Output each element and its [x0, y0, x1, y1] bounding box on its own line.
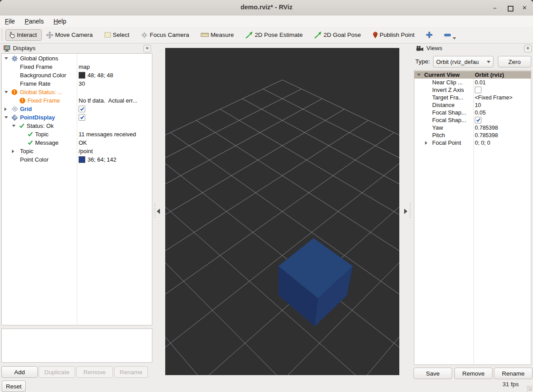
move-camera-icon — [46, 32, 53, 39]
rviz-window: demo.rviz* - RViz – ✕ File Panels Help I… — [0, 0, 533, 392]
views-row-near-clip[interactable]: Near Clip ... 0.01 — [414, 79, 531, 86]
views-close-icon[interactable]: ✕ — [524, 45, 532, 52]
displays-panel-title: Displays — [13, 45, 36, 51]
gear-icon — [12, 55, 18, 62]
3d-viewport-scene — [165, 48, 399, 375]
grid-enabled-checkbox[interactable] — [79, 106, 85, 112]
views-panel: Views ✕ Type: Orbit (rviz_defau Zero Cur… — [414, 44, 532, 392]
window-title: demo.rviz* - RViz — [0, 4, 533, 11]
tree-row-status-topic[interactable]: Topic 11 messages received — [2, 130, 152, 139]
displays-close-icon[interactable]: ✕ — [143, 45, 151, 52]
tool-move-camera[interactable]: Move Camera — [46, 32, 93, 39]
displays-panel-icon — [4, 45, 10, 51]
color-swatch — [79, 156, 85, 163]
tool-focus-camera[interactable]: Focus Camera — [141, 32, 189, 39]
check-icon — [28, 132, 33, 137]
view-type-combobox[interactable]: Orbit (rviz_defau — [433, 56, 493, 67]
measure-ruler-icon — [201, 33, 209, 37]
tree-row-status-ok[interactable]: Status: Ok — [2, 122, 152, 130]
plus-icon — [426, 32, 433, 38]
tree-row-status-fixed-frame[interactable]: ! Fixed Frame No tf data. Actual err... — [2, 96, 152, 105]
publish-point-pin-icon — [373, 32, 378, 39]
save-view-button[interactable]: Save — [414, 368, 452, 379]
views-row-target-frame[interactable]: Target Fra... <Fixed Frame> — [414, 94, 531, 101]
3d-viewport[interactable] — [165, 48, 399, 375]
right-splitter-handle[interactable] — [410, 204, 411, 219]
rename-display-button: Rename — [114, 366, 148, 378]
tool-2d-pose-estimate[interactable]: 2D Pose Estimate — [245, 32, 302, 39]
menu-panels[interactable]: Panels — [20, 17, 49, 26]
collapse-left-panel-arrow-icon[interactable] — [157, 209, 160, 214]
chevron-down-icon — [487, 61, 490, 63]
rename-view-button[interactable]: Rename — [494, 368, 533, 379]
chevron-down-icon[interactable] — [417, 74, 421, 76]
chevron-right-icon[interactable] — [425, 141, 427, 145]
toolbar-drag-handle[interactable] — [1, 29, 4, 41]
warning-icon: ! — [12, 89, 17, 95]
goal-pose-arrow-icon — [314, 32, 322, 39]
left-splitter-handle[interactable] — [154, 204, 155, 219]
toolbar: Interact Move Camera Select Focus Camera — [0, 27, 533, 44]
views-row-pitch[interactable]: Pitch 0.785398 — [414, 131, 531, 139]
tree-row-topic[interactable]: Topic /point — [2, 147, 152, 155]
collapse-right-panel-arrow-icon[interactable] — [404, 209, 407, 214]
remove-tool-button[interactable] — [444, 34, 451, 36]
color-swatch — [79, 72, 85, 79]
maximize-button[interactable] — [505, 3, 515, 13]
tree-row-fixed-frame[interactable]: Fixed Frame map — [2, 63, 152, 71]
views-panel-title: Views — [426, 45, 442, 51]
tree-row-status-message[interactable]: Message OK — [2, 139, 152, 147]
remove-display-button: Remove — [76, 366, 113, 378]
zero-button[interactable]: Zero — [498, 56, 531, 67]
tool-select[interactable]: Select — [104, 32, 130, 38]
resize-grip[interactable] — [527, 386, 532, 391]
point-display-enabled-checkbox[interactable] — [79, 114, 85, 121]
views-tree: Current View Orbit (rviz) Near Clip ... … — [414, 70, 531, 365]
tool-publish-point[interactable]: Publish Point — [373, 32, 415, 39]
menu-file[interactable]: File — [0, 17, 20, 26]
chevron-down-icon[interactable] — [4, 91, 8, 93]
tree-row-global-status[interactable]: ! Global Status: ... — [2, 88, 152, 96]
duplicate-display-button: Duplicate — [39, 366, 75, 378]
chevron-down-icon[interactable] — [4, 57, 8, 59]
views-row-distance[interactable]: Distance 10 — [414, 101, 531, 109]
focal-shape-fixed-checkbox[interactable] — [475, 117, 481, 123]
type-label: Type: — [415, 58, 430, 65]
maximize-icon — [508, 6, 513, 12]
views-row-current-view[interactable]: Current View Orbit (rviz) — [414, 71, 531, 79]
views-row-focal-shape-size[interactable]: Focal Shap... 0.05 — [414, 109, 531, 116]
titlebar[interactable]: demo.rviz* - RViz – ✕ — [0, 0, 533, 16]
chevron-down-icon[interactable] — [12, 125, 16, 127]
close-button[interactable]: ✕ — [520, 3, 529, 13]
add-tool-button[interactable] — [426, 32, 433, 38]
tree-row-grid[interactable]: Grid — [2, 105, 152, 113]
display-description-box — [1, 329, 152, 363]
tree-row-point-display[interactable]: PointDisplay — [2, 113, 152, 122]
check-icon — [80, 107, 84, 111]
tree-row-background-color[interactable]: Background Color 48; 48; 48 — [2, 71, 152, 79]
remove-view-button[interactable]: Remove — [454, 368, 493, 379]
views-row-yaw[interactable]: Yaw 0.785398 — [414, 124, 531, 131]
point-display-icon — [12, 115, 18, 121]
tree-row-point-color[interactable]: Point Color 36; 64; 142 — [2, 155, 152, 164]
invert-z-checkbox[interactable] — [475, 87, 481, 93]
add-display-button[interactable]: Add — [1, 366, 38, 378]
views-row-focal-shape-fixed[interactable]: Focal Shap... — [414, 116, 531, 124]
toolbar-overflow-arrow-icon[interactable] — [453, 37, 456, 40]
minimize-button[interactable]: – — [490, 3, 500, 13]
menu-help[interactable]: Help — [48, 17, 71, 26]
chevron-right-icon[interactable] — [12, 150, 14, 153]
reset-button[interactable]: Reset — [2, 380, 26, 392]
tree-row-global-options[interactable]: Global Options — [2, 54, 152, 63]
status-ok-check-icon — [19, 123, 24, 128]
chevron-right-icon[interactable] — [4, 107, 7, 111]
views-row-invert-z[interactable]: Invert Z Axis — [414, 86, 531, 94]
check-icon — [476, 118, 481, 122]
chevron-down-icon[interactable] — [4, 116, 8, 119]
tool-2d-goal-pose[interactable]: 2D Goal Pose — [314, 32, 361, 39]
tree-row-frame-rate[interactable]: Frame Rate 30 — [2, 79, 152, 88]
displays-tree: Global Options Fixed Frame map Backgroun… — [1, 53, 152, 325]
tool-measure[interactable]: Measure — [201, 32, 234, 38]
views-row-focal-point[interactable]: Focal Point 0; 0; 0 — [414, 139, 531, 147]
tool-interact[interactable]: Interact — [5, 29, 42, 41]
